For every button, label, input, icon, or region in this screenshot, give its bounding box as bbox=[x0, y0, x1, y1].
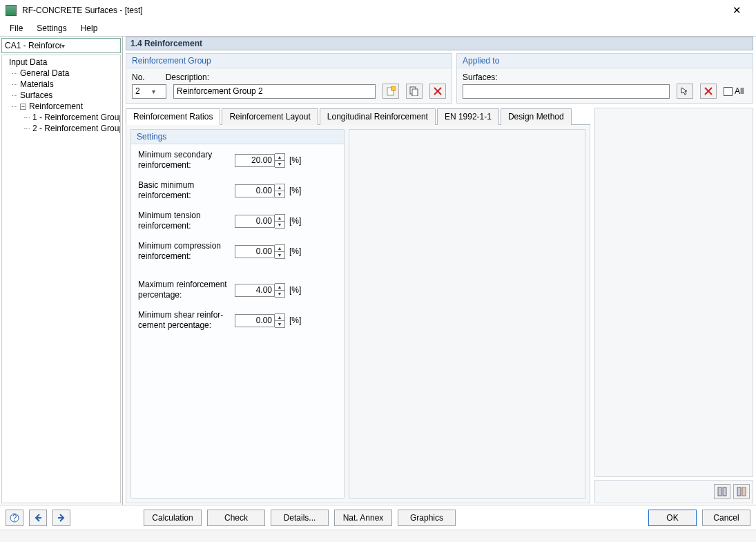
settings-panel: Settings Minimum secondary reinforcement… bbox=[130, 129, 345, 499]
collapse-icon[interactable]: − bbox=[20, 104, 26, 110]
setting-unit: [%] bbox=[289, 155, 301, 165]
menu-help[interactable]: Help bbox=[75, 22, 104, 35]
tree-root[interactable]: Input Data bbox=[2, 57, 120, 68]
spinner-arrows[interactable]: ▲▼ bbox=[275, 184, 285, 198]
prev-button[interactable] bbox=[29, 510, 47, 526]
tree-reinf-group-2[interactable]: 2 - Reinforcement Group 2 bbox=[2, 123, 120, 134]
applied-pick-button[interactable] bbox=[677, 84, 693, 99]
menu-settings[interactable]: Settings bbox=[31, 22, 72, 35]
setting-unit: [%] bbox=[289, 186, 301, 195]
ca-select[interactable]: CA1 - Reinforced concrete desi ▾ bbox=[1, 38, 121, 53]
tree-reinf-label: Reinforcement bbox=[29, 101, 83, 111]
setting-value[interactable] bbox=[235, 154, 275, 167]
arrow-up-icon[interactable]: ▲ bbox=[275, 215, 284, 222]
spinner-arrows[interactable]: ▲▼ bbox=[275, 283, 285, 298]
tree-materials[interactable]: Materials bbox=[2, 79, 120, 90]
setting-unit: [%] bbox=[289, 216, 301, 226]
tree-reinforcement[interactable]: −Reinforcement bbox=[2, 101, 120, 112]
arrow-up-icon[interactable]: ▲ bbox=[275, 245, 284, 252]
content-area: 1.4 Reinforcement Reinforcement Group No… bbox=[123, 37, 756, 505]
arrow-down-icon[interactable]: ▼ bbox=[275, 252, 284, 258]
arrow-up-icon[interactable]: ▲ bbox=[275, 284, 284, 291]
applied-all-checkbox[interactable]: All bbox=[724, 86, 744, 96]
tab-en-1992-1-1[interactable]: EN 1992-1-1 bbox=[437, 108, 499, 125]
rg-no-select[interactable]: 2 ▾ bbox=[132, 84, 166, 99]
help-button[interactable]: ? bbox=[6, 510, 23, 526]
applied-surfaces-input[interactable] bbox=[463, 84, 670, 99]
setting-unit: [%] bbox=[289, 246, 301, 256]
menu-file[interactable]: File bbox=[4, 22, 28, 35]
tab-bar: Reinforcement Ratios Reinforcement Layou… bbox=[126, 108, 590, 125]
tab-reinforcement-layout[interactable]: Reinforcement Layout bbox=[222, 108, 318, 125]
arrow-down-icon[interactable]: ▼ bbox=[275, 291, 284, 297]
reinforcement-group-panel: Reinforcement Group No. Description: 2 ▾… bbox=[126, 53, 452, 104]
arrow-down-icon[interactable]: ▼ bbox=[275, 321, 284, 327]
setting-label: Minimum shear reinfor-cement percentage: bbox=[138, 310, 235, 331]
rg-delete-button[interactable] bbox=[429, 84, 446, 99]
tab-longitudinal-reinforcement[interactable]: Longitudinal Reinforcement bbox=[320, 108, 436, 125]
arrow-up-icon[interactable]: ▲ bbox=[275, 314, 284, 321]
ca-select-label: CA1 - Reinforced concrete desi bbox=[5, 41, 61, 50]
rg-desc-label: Description: bbox=[166, 72, 209, 82]
tree-reinf-group-1[interactable]: 1 - Reinforcement Group 1 bbox=[2, 112, 120, 123]
setting-value[interactable] bbox=[235, 245, 275, 258]
arrow-down-icon[interactable]: ▼ bbox=[275, 222, 284, 228]
ok-button[interactable]: OK bbox=[648, 510, 697, 526]
calculation-button[interactable]: Calculation bbox=[144, 510, 202, 526]
sidebar: CA1 - Reinforced concrete desi ▾ Input D… bbox=[0, 37, 123, 505]
rg-new-button[interactable] bbox=[382, 84, 399, 99]
setting-label: Minimum secondary reinforcement: bbox=[138, 150, 235, 171]
preview-view2-button[interactable] bbox=[733, 484, 750, 499]
prev-icon bbox=[33, 513, 43, 523]
setting-min-shear-input[interactable]: ▲▼ bbox=[235, 313, 285, 328]
applied-delete-button[interactable] bbox=[700, 84, 717, 99]
spinner-arrows[interactable]: ▲▼ bbox=[275, 153, 285, 168]
tab-reinforcement-ratios[interactable]: Reinforcement Ratios bbox=[126, 108, 220, 125]
spinner-arrows[interactable]: ▲▼ bbox=[275, 214, 285, 229]
applied-surfaces-label: Surfaces: bbox=[463, 72, 747, 82]
setting-basic-min: Basic minimum reinforcement: ▲▼ [%] bbox=[138, 180, 337, 201]
arrow-up-icon[interactable]: ▲ bbox=[275, 154, 284, 161]
setting-unit: [%] bbox=[289, 285, 301, 295]
setting-min-tension-input[interactable]: ▲▼ bbox=[235, 214, 285, 229]
status-bar bbox=[0, 530, 756, 542]
arrow-down-icon[interactable]: ▼ bbox=[275, 191, 284, 197]
setting-min-compression: Minimum compression reinforcement: ▲▼ [%… bbox=[138, 241, 337, 262]
spinner-arrows[interactable]: ▲▼ bbox=[275, 313, 285, 328]
setting-min-tension: Minimum tension reinforcement: ▲▼ [%] bbox=[138, 211, 337, 231]
rg-description-input[interactable]: Reinforcement Group 2 bbox=[173, 84, 376, 99]
check-button[interactable]: Check bbox=[207, 510, 265, 526]
arrow-up-icon[interactable]: ▲ bbox=[275, 184, 284, 191]
applied-all-label: All bbox=[735, 86, 744, 96]
setting-min-compression-input[interactable]: ▲▼ bbox=[235, 244, 285, 259]
cancel-button[interactable]: Cancel bbox=[702, 510, 750, 526]
page-title: 1.4 Reinforcement bbox=[126, 37, 753, 50]
tab-design-method[interactable]: Design Method bbox=[501, 108, 572, 125]
setting-max-percentage-input[interactable]: ▲▼ bbox=[235, 283, 285, 298]
close-icon[interactable]: ✕ bbox=[723, 4, 750, 17]
graphics-button[interactable]: Graphics bbox=[398, 510, 456, 526]
spinner-arrows[interactable]: ▲▼ bbox=[275, 244, 285, 259]
details-button[interactable]: Details... bbox=[271, 510, 329, 526]
setting-value[interactable] bbox=[235, 314, 275, 327]
next-button[interactable] bbox=[52, 510, 70, 526]
preview-view1-button[interactable] bbox=[714, 484, 730, 499]
setting-basic-min-input[interactable]: ▲▼ bbox=[235, 184, 285, 198]
setting-value[interactable] bbox=[235, 184, 275, 197]
rg-copy-button[interactable] bbox=[406, 84, 423, 99]
setting-value[interactable] bbox=[235, 215, 275, 228]
window-title: RF-CONCRETE Surfaces - [test] bbox=[22, 6, 723, 15]
setting-unit: [%] bbox=[289, 316, 301, 325]
applied-to-panel: Applied to Surfaces: All bbox=[456, 53, 753, 104]
setting-min-secondary-input[interactable]: ▲▼ bbox=[235, 153, 285, 168]
svg-rect-8 bbox=[718, 487, 721, 496]
view2-icon bbox=[737, 487, 746, 496]
arrow-down-icon[interactable]: ▼ bbox=[275, 161, 284, 167]
help-icon: ? bbox=[10, 513, 19, 523]
nat-annex-button[interactable]: Nat. Annex bbox=[334, 510, 392, 526]
setting-value[interactable] bbox=[235, 284, 275, 297]
tree-surfaces[interactable]: Surfaces bbox=[2, 90, 120, 101]
setting-min-shear: Minimum shear reinfor-cement percentage:… bbox=[138, 310, 337, 331]
title-bar: RF-CONCRETE Surfaces - [test] ✕ bbox=[0, 0, 756, 21]
tree-general-data[interactable]: General Data bbox=[2, 68, 120, 79]
